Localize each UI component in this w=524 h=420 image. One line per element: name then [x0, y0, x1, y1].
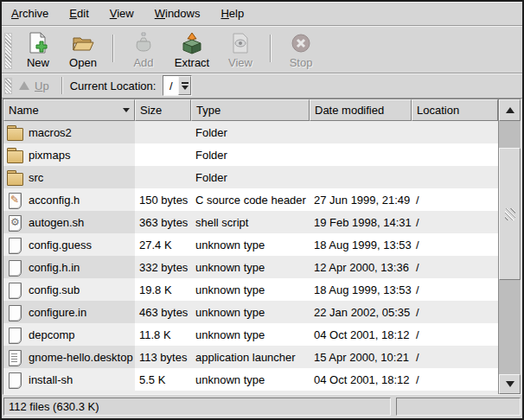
open-archive-icon	[72, 32, 94, 54]
add-files-icon	[132, 32, 155, 54]
location-combo-button[interactable]	[178, 76, 191, 95]
progress-box	[396, 398, 521, 416]
file-name: config.sub	[29, 283, 80, 296]
toolbar: New Open Add Extract	[2, 26, 522, 73]
file-name: gnome-hello.desktop	[29, 351, 133, 364]
add-button[interactable]: Add	[121, 29, 166, 73]
menu-edit[interactable]: Edit	[67, 3, 91, 23]
table-row[interactable]: src Folder	[3, 166, 498, 188]
column-header-name[interactable]: Name	[3, 99, 135, 121]
stop-button[interactable]: Stop	[278, 29, 323, 73]
scroll-down-button[interactable]	[499, 374, 521, 394]
file-date-modified: 15 Apr 2000, 10:21	[314, 351, 409, 364]
column-header-type[interactable]: Type	[191, 99, 310, 121]
vertical-scrollbar[interactable]	[498, 99, 521, 394]
file-name: config.guess	[29, 239, 92, 251]
table-row[interactable]: install-sh 5.5 K unknown type 04 Oct 200…	[3, 368, 498, 391]
file-name: config.h.in	[29, 261, 80, 274]
location-value[interactable]: /	[163, 76, 178, 95]
file-type: unknown type	[195, 283, 265, 296]
new-button[interactable]: New	[16, 29, 61, 73]
table-row[interactable]: config.guess 27.4 K unknown type 18 Aug …	[3, 233, 498, 256]
file-size: 150 bytes	[139, 194, 188, 207]
scroll-down-icon	[506, 381, 514, 387]
file-location: /	[416, 194, 419, 207]
stop-icon	[290, 32, 312, 54]
table-row[interactable]: config.h.in 332 bytes unknown type 12 Ap…	[3, 256, 498, 278]
toolbar-drag-handle[interactable]	[4, 33, 12, 69]
new-button-label: New	[27, 56, 49, 69]
table-header: Name Size Type Date modified Location	[3, 99, 498, 121]
scrollbar-grip-icon	[505, 208, 515, 220]
up-button[interactable]: Up	[17, 78, 54, 94]
up-button-label: Up	[35, 80, 49, 92]
menu-help[interactable]: Help	[218, 3, 246, 23]
location-combo[interactable]: /	[163, 75, 192, 96]
extract-archive-icon	[181, 32, 203, 54]
open-button-label: Open	[69, 56, 97, 69]
view-button-label: View	[228, 56, 252, 69]
location-bar-separator	[61, 77, 63, 94]
file-name: macros2	[29, 126, 72, 139]
file-size: 363 bytes	[139, 216, 188, 229]
document-icon	[6, 282, 24, 298]
file-date-modified: 18 Aug 1999, 13:53	[314, 283, 412, 296]
scrollbar-trough[interactable]	[499, 121, 521, 374]
table-row[interactable]: pixmaps Folder	[3, 143, 498, 166]
file-type: Folder	[195, 171, 227, 184]
file-location: /	[416, 216, 419, 229]
file-size: 332 bytes	[139, 261, 188, 274]
table-row[interactable]: gnome-hello.desktop 113 bytes applicatio…	[3, 346, 498, 368]
view-button[interactable]: View	[218, 29, 263, 73]
file-date-modified: 04 Oct 2001, 18:12	[314, 373, 410, 386]
location-bar-drag-handle[interactable]	[4, 78, 12, 94]
file-location: /	[416, 261, 419, 274]
table-row[interactable]: configure.in 463 bytes unknown type 22 J…	[3, 301, 498, 323]
column-header-size[interactable]: Size	[135, 99, 191, 121]
table-row[interactable]: acconfig.h 150 bytes C source code heade…	[3, 188, 498, 211]
menu-archive[interactable]: Archive	[9, 3, 51, 23]
file-location: /	[416, 239, 419, 251]
file-size: 5.5 K	[139, 373, 165, 386]
file-date-modified: 19 Feb 1998, 14:31	[314, 216, 412, 229]
file-type: unknown type	[195, 328, 265, 341]
file-name: install-sh	[29, 373, 73, 386]
table-row[interactable]: autogen.sh 363 bytes shell script 19 Feb…	[3, 211, 498, 233]
column-header-date-modified[interactable]: Date modified	[310, 99, 412, 121]
scroll-up-icon	[506, 107, 514, 113]
file-date-modified: 22 Jan 2002, 05:35	[314, 306, 410, 319]
document-icon	[6, 304, 24, 321]
archive-manager-window: Archive Edit View Windows Help New Open	[0, 0, 524, 420]
column-header-name-label: Name	[9, 104, 39, 117]
chevron-down-icon	[182, 86, 189, 90]
toolbar-separator	[112, 35, 114, 62]
file-type: application launcher	[195, 351, 296, 364]
file-type: unknown type	[195, 261, 265, 274]
file-location: /	[416, 328, 419, 341]
document-icon	[6, 259, 24, 276]
file-size: 113 bytes	[139, 351, 187, 364]
menu-windows[interactable]: Windows	[152, 3, 203, 23]
view-file-icon	[229, 32, 252, 54]
document-icon	[6, 237, 24, 253]
file-type: shell script	[195, 216, 248, 229]
file-type: Folder	[195, 126, 227, 139]
table-row-partial[interactable]	[3, 391, 498, 394]
open-button[interactable]: Open	[61, 29, 105, 73]
menu-view[interactable]: View	[107, 3, 137, 23]
folder-icon	[6, 169, 24, 186]
column-header-location[interactable]: Location	[412, 99, 498, 121]
table-row[interactable]: depcomp 11.8 K unknown type 04 Oct 2001,…	[3, 323, 498, 346]
table-row[interactable]: config.sub 19.8 K unknown type 18 Aug 19…	[3, 278, 498, 301]
file-list-area: Name Size Type Date modified Location ma…	[3, 99, 521, 395]
column-header-type-label: Type	[196, 104, 220, 117]
scrollbar-thumb[interactable]	[499, 148, 521, 280]
scroll-up-button[interactable]	[499, 99, 521, 121]
table-row[interactable]: macros2 Folder	[3, 121, 498, 143]
source-file-icon	[6, 192, 24, 208]
extract-button[interactable]: Extract	[166, 29, 218, 73]
column-header-date-modified-label: Date modified	[315, 104, 384, 117]
file-type: unknown type	[195, 373, 265, 386]
file-name: depcomp	[29, 328, 74, 341]
column-header-size-label: Size	[140, 104, 162, 117]
